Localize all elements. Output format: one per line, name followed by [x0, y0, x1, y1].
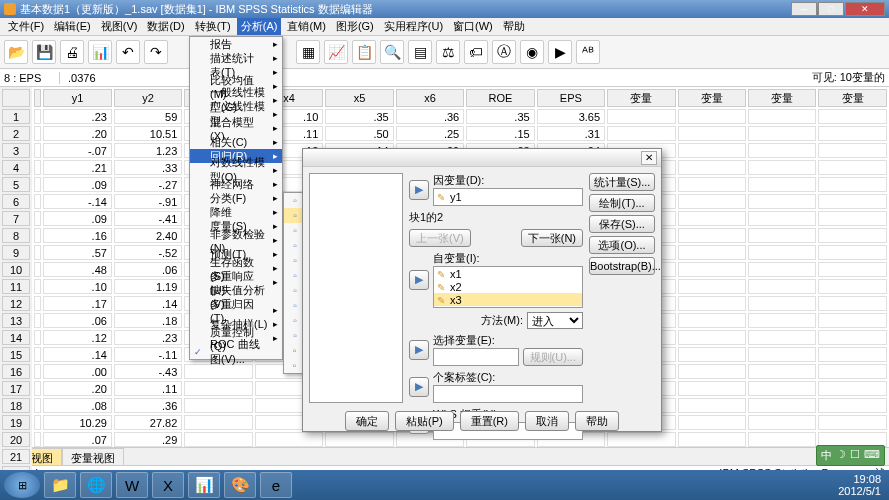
cell[interactable]: .25	[396, 126, 464, 141]
cell[interactable]	[748, 415, 816, 430]
menu-item[interactable]: ROC 曲线图(V)...	[190, 345, 282, 359]
goto-icon[interactable]: ▦	[296, 40, 320, 64]
move-case-button[interactable]: ▶	[409, 377, 429, 397]
dialog-side-button[interactable]: 保存(S)...	[589, 215, 655, 233]
dialog-side-button[interactable]: 统计量(S)...	[589, 173, 655, 191]
cell[interactable]: .09	[43, 177, 111, 192]
cell[interactable]	[184, 398, 252, 413]
system-tray[interactable]: 19:08 2012/5/1	[838, 473, 885, 497]
cell[interactable]	[818, 211, 887, 226]
row-header[interactable]: 16	[2, 364, 30, 379]
cell[interactable]	[818, 109, 887, 124]
close-button[interactable]: ✕	[845, 2, 885, 16]
row-header[interactable]: 1	[2, 109, 30, 124]
cell[interactable]: -.41	[114, 211, 182, 226]
row-header[interactable]: 15	[2, 347, 30, 362]
cell[interactable]	[607, 109, 675, 124]
cell[interactable]: .36	[396, 109, 464, 124]
col-header[interactable]: EPS	[537, 89, 605, 107]
cell[interactable]: -.91	[114, 194, 182, 209]
cell[interactable]	[748, 245, 816, 260]
cell[interactable]: .48	[43, 262, 111, 277]
row-header[interactable]: 9	[2, 245, 30, 260]
maximize-button[interactable]: □	[818, 2, 844, 16]
cell[interactable]: .16	[43, 228, 111, 243]
cell[interactable]	[748, 143, 816, 158]
menu-item[interactable]: 直销(M)	[283, 18, 330, 35]
indep-var-item[interactable]: ✎x2	[434, 280, 582, 293]
cell[interactable]	[818, 313, 887, 328]
cell[interactable]: .08	[43, 398, 111, 413]
cell[interactable]	[748, 347, 816, 362]
menu-item[interactable]: 对数线性模型(O)	[190, 163, 282, 177]
cell[interactable]: .20	[43, 126, 111, 141]
cell[interactable]	[678, 126, 746, 141]
cell[interactable]	[678, 228, 746, 243]
undo-icon[interactable]: ↶	[116, 40, 140, 64]
menu-item[interactable]: 文件(F)	[4, 18, 48, 35]
row-header[interactable]: 18	[2, 398, 30, 413]
cell[interactable]: .21	[43, 160, 111, 175]
cell[interactable]: 10.51	[114, 126, 182, 141]
cell[interactable]	[748, 109, 816, 124]
cell[interactable]: -.43	[114, 364, 182, 379]
cell[interactable]	[607, 126, 675, 141]
menu-item[interactable]: 分类(F)	[190, 191, 282, 205]
cell[interactable]: .17	[43, 296, 111, 311]
recall-icon[interactable]: 📊	[88, 40, 112, 64]
cell[interactable]	[678, 330, 746, 345]
cell[interactable]	[748, 262, 816, 277]
dialog-footer-button[interactable]: 粘贴(P)	[395, 411, 454, 431]
spell-icon[interactable]: ᴬᴮ	[576, 40, 600, 64]
cell[interactable]	[818, 279, 887, 294]
cell[interactable]: .50	[325, 126, 393, 141]
cell[interactable]	[748, 126, 816, 141]
cell[interactable]	[818, 296, 887, 311]
cell[interactable]	[678, 143, 746, 158]
cell[interactable]	[818, 194, 887, 209]
move-select-button[interactable]: ▶	[409, 340, 429, 360]
menu-item[interactable]: 编辑(E)	[50, 18, 95, 35]
cell[interactable]: -.11	[114, 347, 182, 362]
row-header[interactable]: 8	[2, 228, 30, 243]
cell-value[interactable]: .0376	[60, 72, 812, 84]
cell[interactable]	[748, 330, 816, 345]
independent-list[interactable]: ✎x1✎x2✎x3	[433, 266, 583, 308]
cell[interactable]	[748, 177, 816, 192]
save-icon[interactable]: 💾	[32, 40, 56, 64]
select-var-field[interactable]	[433, 348, 519, 366]
excel-icon[interactable]: X	[152, 472, 184, 498]
word-icon[interactable]: W	[116, 472, 148, 498]
cell[interactable]	[818, 347, 887, 362]
cell[interactable]: .07	[43, 432, 111, 447]
row-header[interactable]: 19	[2, 415, 30, 430]
menu-item[interactable]: 数据(D)	[143, 18, 188, 35]
dialog-side-button[interactable]: 选项(O)...	[589, 236, 655, 254]
cell[interactable]	[678, 347, 746, 362]
cell[interactable]: 10.29	[43, 415, 111, 430]
grid-icon[interactable]: ▤	[408, 40, 432, 64]
cell[interactable]	[678, 211, 746, 226]
language-bar[interactable]: 中☽☐⌨	[816, 445, 885, 466]
minimize-button[interactable]: ─	[791, 2, 817, 16]
cell[interactable]	[818, 398, 887, 413]
cell[interactable]	[678, 262, 746, 277]
dialog-footer-button[interactable]: 取消	[525, 411, 569, 431]
row-header[interactable]: 17	[2, 381, 30, 396]
menu-item[interactable]: 分析(A)	[237, 18, 282, 35]
menu-item[interactable]: 多重归因(T)	[190, 303, 282, 317]
cell[interactable]: .35	[466, 109, 534, 124]
cell[interactable]: .23	[43, 109, 111, 124]
rule-button[interactable]: 规则(U)...	[523, 348, 583, 366]
cell[interactable]: -.07	[43, 143, 111, 158]
cell[interactable]: .29	[114, 432, 182, 447]
row-header[interactable]: 21	[2, 449, 30, 464]
dialog-footer-button[interactable]: 重置(R)	[460, 411, 519, 431]
cell[interactable]: -.52	[114, 245, 182, 260]
prev-block-button[interactable]: 上一张(V)	[409, 229, 471, 247]
cell[interactable]: .57	[43, 245, 111, 260]
redo-icon[interactable]: ↷	[144, 40, 168, 64]
cell[interactable]: .35	[325, 109, 393, 124]
row-header[interactable]: 4	[2, 160, 30, 175]
cell[interactable]	[748, 296, 816, 311]
